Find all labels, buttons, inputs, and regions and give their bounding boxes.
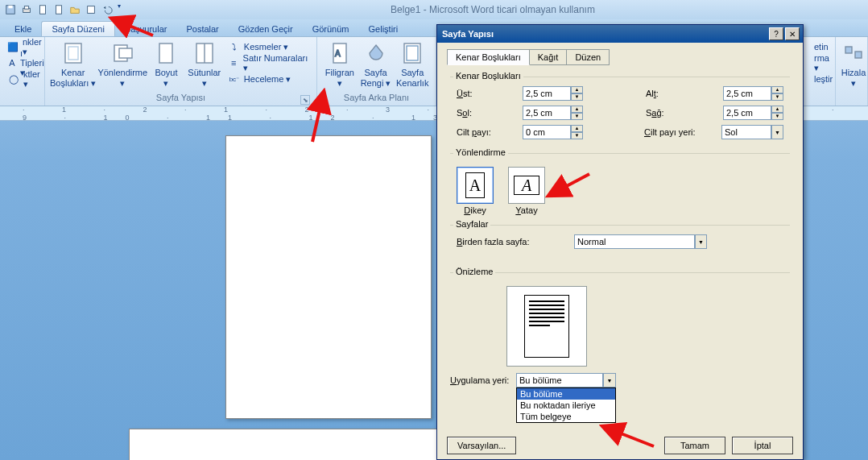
dialog-titlebar[interactable]: Sayfa Yapısı ? ✕ [437,25,803,43]
tab-kenar-bosluklari[interactable]: Kenar Boşlukları [447,49,530,65]
save-icon[interactable] [3,2,18,17]
svg-rect-18 [845,47,852,53]
group-hizala: Hizala ▾ [836,37,868,106]
document-page-2[interactable] [129,429,459,460]
apply-to-dropdown: Bu bölüme Bu noktadan ileriye Tüm belgey… [516,387,616,423]
apply-to-select[interactable]: ▼ [516,373,616,387]
tamam-button[interactable]: Tamam [664,437,725,454]
title-bar: ▾ Belge1 - Microsoft Word ticari olmayan… [0,0,868,19]
dialog-panel: Kenar Boşlukları Üst: ▲▼ Alt: ▲▼ Sol: ▲▼… [447,65,793,394]
dialog-launcher-icon[interactable]: ⬊ [300,95,310,105]
hizala-button[interactable]: Hizala ▾ [841,39,866,89]
sayfa-rengi-button[interactable]: Sayfa Rengi ▾ [359,39,393,89]
dialog-buttons: Varsayılan... Tamam İptal [447,437,793,454]
document-page-1[interactable] [225,135,432,419]
svg-rect-6 [88,6,95,14]
group-label: Sayfa Yapısı ⬊ [50,93,312,106]
svg-rect-5 [56,6,62,15]
tab-ekle[interactable]: Ekle [5,22,41,36]
satir-numaralari-button[interactable]: ≡Satır Numaraları ▾ [225,55,312,71]
window-title: Belge1 - Microsoft Word ticari olmayan k… [121,4,865,15]
group-label [812,93,830,106]
tab-gorunum[interactable]: Görünüm [303,22,359,36]
legend: Sayfalar [453,219,490,229]
tab-gozden-gecir[interactable]: Gözden Geçir [229,22,303,36]
legend: Kenar Boşlukları [453,71,523,81]
margins-fieldset: Kenar Boşlukları Üst: ▲▼ Alt: ▲▼ Sol: ▲▼… [450,77,790,148]
yonlendirme-button[interactable]: Yönlendirme ▾ [97,39,147,89]
orient-landscape[interactable]: A Yatay [508,167,545,215]
dialog-tabs: Kenar Boşlukları Kağıt Düzen [447,49,793,65]
group-label [5,93,39,106]
apply-opt-bu-noktadan[interactable]: Bu noktadan ileriye [517,400,615,411]
tab-duzen[interactable]: Düzen [566,49,610,65]
kenar-bosluklari-button[interactable]: Kenar Boşlukları ▾ [50,39,96,89]
tab-postalar[interactable]: Postalar [176,22,228,36]
legend: Yönlendirme [453,147,508,157]
tab-gelistirici[interactable]: Geliştiri [359,22,408,36]
help-button[interactable]: ? [769,27,783,40]
sol-label: Sol: [457,108,518,118]
watermark-icon: A [327,40,353,66]
apply-opt-bu-bolume[interactable]: Bu bölüme [517,388,615,400]
boyut-button[interactable]: Boyut ▾ [149,39,184,89]
label: Sayfa Kenarlık [396,68,428,88]
sag-input[interactable]: ▲▼ [723,106,783,120]
page-color-icon [363,40,389,66]
cilt-input[interactable]: ▲▼ [523,125,583,139]
cilt-yeri-select[interactable]: ▼ [721,125,783,139]
group-label: Sayfa Arka Planı [322,93,431,106]
print-icon[interactable] [19,2,34,17]
label: Kenar Boşlukları ▾ [50,68,96,88]
multiple-pages-select[interactable]: ▼ [574,234,707,249]
varsayilan-button[interactable]: Varsayılan... [447,437,516,454]
sayfa-kenarlik-button[interactable]: Sayfa Kenarlık [394,39,431,89]
close-button[interactable]: ✕ [785,27,800,40]
legend: Önizleme [453,267,495,276]
filigran-button[interactable]: A Filigran ▾ [322,39,358,89]
sag-label: Sağ: [646,108,718,118]
preview-fieldset: Önizleme [450,272,790,367]
columns-icon [192,40,217,66]
ribbon-right: etin rma ▾ leştir Hizala ▾ [807,37,868,106]
breaks-icon: ⤵ [228,40,241,53]
svg-rect-1 [8,6,12,9]
label: ktler ▾ [23,69,48,89]
open-icon[interactable] [68,2,82,17]
undo-icon[interactable] [100,2,114,17]
orientation-fieldset: Yönlendirme A Dikey A Yatay [450,153,790,220]
apply-opt-tum-belgeye[interactable]: Tüm belgeye [517,411,615,422]
orient-portrait[interactable]: A Dikey [457,167,494,215]
align-icon [841,40,866,66]
page-setup-dialog: Sayfa Yapısı ? ✕ Kenar Boşlukları Kağıt … [436,24,804,460]
svg-rect-4 [40,6,46,15]
temalar-effects[interactable]: ◯ktler ▾ [5,71,50,87]
margins-icon [60,40,86,66]
new-doc2-icon[interactable] [52,2,66,17]
tab-sayfa-duzeni[interactable]: Sayfa Düzeni [41,21,114,36]
sol-input[interactable]: ▲▼ [523,106,583,120]
tab-kagit[interactable]: Kağıt [529,49,568,65]
label: Dikey [464,205,486,215]
label: Yönlendirme ▾ [97,68,147,88]
font-icon: A [7,56,17,69]
tab-basvurular[interactable]: Başvurular [115,22,177,36]
new-doc-icon[interactable] [35,2,50,17]
alt-input[interactable]: ▲▼ [723,86,783,101]
label: Heceleme ▾ [244,74,291,85]
rma-item[interactable]: rma ▾ [812,55,835,71]
svg-rect-3 [24,6,28,10]
sutunlar-button[interactable]: Sütunlar ▾ [185,39,224,89]
preview-icon[interactable] [84,2,98,17]
label: Hizala ▾ [841,68,866,88]
lestir-item[interactable]: leştir [812,71,835,87]
ust-input[interactable]: ▲▼ [523,86,583,101]
group-temalar: 🟦nkler ▾ Aı Tipleri ▾ ◯ktler ▾ [0,37,45,106]
label: Filigran ▾ [325,68,354,88]
label: Sayfa Rengi ▾ [361,68,391,88]
page-border-icon [399,40,425,66]
iptal-button[interactable]: İptal [732,437,793,454]
heceleme-button[interactable]: bc⁻Heceleme ▾ [225,71,312,87]
multiple-pages-label: Birden fazla sayfa: [457,237,569,247]
group-label [841,93,862,106]
